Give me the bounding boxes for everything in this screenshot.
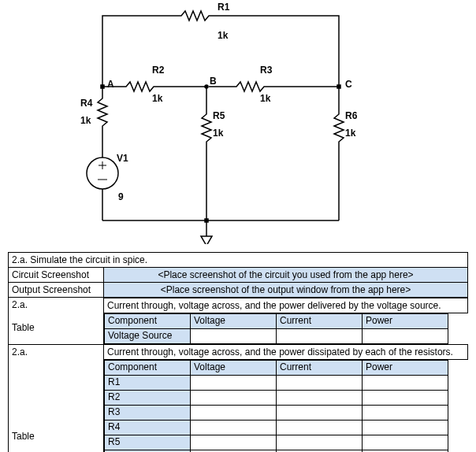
r1-v[interactable] (191, 376, 277, 391)
output-screenshot-cell[interactable]: <Place screenshot of the output window f… (104, 283, 468, 298)
section2-label: Table (9, 407, 104, 453)
answer-table: Circuit Screenshot <Place screenshot of … (8, 267, 468, 452)
section2-desc: Current through, voltage across, and the… (104, 344, 468, 360)
t1-h2: Voltage (191, 314, 277, 329)
r3-name: R3 (260, 65, 272, 76)
r2-value: 1k (152, 93, 162, 104)
r3-value: 1k (260, 93, 270, 104)
prompt-text: 2.a. Simulate the circuit in spice. (8, 252, 468, 267)
voltage-source-table: ComponentVoltageCurrentPower Voltage Sou… (104, 313, 448, 344)
t2-r5: R5 (105, 435, 191, 450)
r2-name: R2 (152, 65, 164, 76)
circuit-svg (71, 8, 386, 244)
r2-v[interactable] (191, 391, 277, 406)
section1-label: Table (9, 320, 104, 344)
t1-v[interactable] (191, 329, 277, 344)
r2-p[interactable] (363, 391, 448, 406)
t2-h4: Power (363, 361, 448, 376)
r3-p[interactable] (363, 406, 448, 421)
t1-h4: Power (363, 314, 448, 329)
node-b: B (210, 76, 217, 87)
circuit-screenshot-cell[interactable]: <Place screenshot of the circuit you use… (104, 268, 468, 283)
r5-v[interactable] (191, 435, 277, 450)
r3-c[interactable] (277, 406, 363, 421)
r5-name: R5 (213, 110, 225, 121)
section2-num: 2.a. (9, 344, 104, 407)
node-a: A (107, 79, 114, 90)
t2-r1: R1 (105, 376, 191, 391)
node-c: C (345, 79, 352, 90)
section1-num: 2.a. (9, 298, 104, 321)
t2-h2: Voltage (191, 361, 277, 376)
v1-name: V1 (117, 153, 128, 164)
circuit-diagram: R1 1k R2 1k R3 1k R4 1k R5 1k R6 1k V1 9… (0, 0, 476, 252)
t1-r1: Voltage Source (105, 329, 191, 344)
t1-p[interactable] (363, 329, 448, 344)
r6-value: 1k (345, 128, 355, 139)
r4-c[interactable] (277, 421, 363, 435)
r4-name: R4 (80, 98, 92, 109)
r4-p[interactable] (363, 421, 448, 435)
r1-name: R1 (218, 2, 229, 13)
r5-value: 1k (213, 128, 223, 139)
r4-v[interactable] (191, 421, 277, 435)
t2-h1: Component (105, 361, 191, 376)
t1-h1: Component (105, 314, 191, 329)
t1-c[interactable] (277, 329, 363, 344)
r6-name: R6 (345, 110, 357, 121)
r1-value: 1k (218, 30, 228, 41)
r3-v[interactable] (191, 406, 277, 421)
r5-p[interactable] (363, 435, 448, 450)
circuit-screenshot-label: Circuit Screenshot (9, 268, 104, 283)
t2-r2: R2 (105, 391, 191, 406)
section1-desc: Current through, voltage across, and the… (104, 298, 468, 313)
t1-h3: Current (277, 314, 363, 329)
r4-value: 1k (80, 115, 91, 126)
r2-c[interactable] (277, 391, 363, 406)
resistor-table: ComponentVoltageCurrentPower R1 R2 R3 R4… (104, 360, 448, 452)
r1-c[interactable] (277, 376, 363, 391)
t2-r4: R4 (105, 421, 191, 435)
r1-p[interactable] (363, 376, 448, 391)
t2-r3: R3 (105, 406, 191, 421)
t2-h3: Current (277, 361, 363, 376)
r5-c[interactable] (277, 435, 363, 450)
v1-value: 9 (118, 191, 124, 202)
output-screenshot-label: Output Screenshot (9, 283, 104, 298)
